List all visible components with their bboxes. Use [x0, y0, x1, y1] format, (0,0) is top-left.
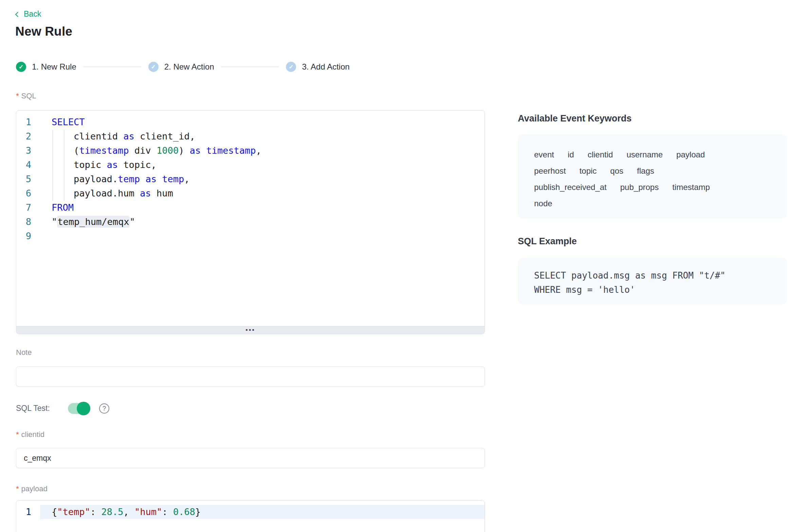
indent-guide — [64, 130, 65, 201]
steps-bar: ✓ 1. New Rule ✓ 2. New Action ✓ 3. Add A… — [16, 62, 350, 72]
clientid-input[interactable] — [16, 448, 485, 468]
keyword-item: publish_received_at — [534, 183, 606, 192]
code-line: 8"temp_hum/emqx" — [16, 215, 485, 229]
keyword-item: event — [534, 150, 554, 159]
keywords-heading: Available Event Keywords — [518, 113, 632, 124]
back-button[interactable]: Back — [16, 10, 41, 19]
line-number: 2 — [16, 129, 40, 144]
code-line: 1{"temp": 28.5, "hum": 0.68} — [16, 505, 485, 519]
note-field-label: Note — [16, 348, 32, 357]
payload-field-label: *payload — [16, 484, 48, 493]
keyword-row: publish_received_atpub_propstimestamp — [534, 179, 774, 195]
step-check-icon: ✓ — [286, 62, 296, 72]
back-label: Back — [24, 10, 41, 19]
code-line: 5 payload.temp as temp, — [16, 172, 485, 186]
keyword-item: payload — [676, 150, 705, 159]
sql-example-line: SELECT payload.msg as msg FROM "t/#" — [534, 268, 774, 283]
code-line: 6 payload.hum as hum — [16, 186, 485, 201]
step-connector — [221, 66, 279, 67]
keyword-item: flags — [637, 166, 654, 175]
line-number: 9 — [16, 229, 40, 243]
line-number: 4 — [16, 158, 40, 172]
keyword-item: peerhost — [534, 166, 566, 175]
keyword-item: timestamp — [672, 183, 710, 192]
required-asterisk: * — [16, 430, 19, 439]
sql-example-line: WHERE msg = 'hello' — [534, 283, 774, 297]
step-check-icon: ✓ — [148, 62, 159, 72]
chevron-left-icon — [15, 12, 21, 17]
keyword-item: topic — [579, 166, 597, 175]
step-new-rule: ✓ 1. New Rule — [16, 62, 76, 72]
keyword-item: node — [534, 199, 552, 208]
code-line: 3 (timestamp div 1000) as timestamp, — [16, 144, 485, 158]
payload-code-editor[interactable]: 1{"temp": 28.5, "hum": 0.68} — [16, 500, 485, 532]
line-number: 1 — [16, 505, 40, 519]
step-check-icon: ✓ — [16, 62, 26, 72]
note-input[interactable] — [16, 366, 485, 387]
line-number: 8 — [16, 215, 40, 229]
keyword-row: eventidclientidusernamepayload — [534, 147, 774, 163]
code-line: 1SELECT — [16, 115, 485, 129]
resize-dots-icon: ••• — [246, 328, 255, 332]
step-label: 3. Add Action — [302, 62, 349, 72]
step-label: 1. New Rule — [32, 62, 76, 72]
code-line: 7FROM — [16, 201, 485, 215]
step-new-action: ✓ 2. New Action — [148, 62, 214, 72]
keyword-item: username — [626, 150, 663, 159]
sql-example-heading: SQL Example — [518, 236, 577, 247]
toggle-knob — [77, 402, 90, 415]
code-line: 9 — [16, 229, 485, 243]
line-number: 5 — [16, 172, 40, 186]
required-asterisk: * — [16, 484, 19, 493]
step-label: 2. New Action — [164, 62, 214, 72]
sql-code-area[interactable]: 1SELECT2 clientid as client_id,3 (timest… — [16, 111, 485, 326]
keywords-panel: eventidclientidusernamepayloadpeerhostto… — [518, 134, 787, 218]
editor-resize-handle[interactable]: ••• — [16, 326, 485, 334]
line-number: 1 — [16, 115, 40, 129]
keyword-row: peerhosttopicqosflags — [534, 163, 774, 179]
sql-field-label: *SQL — [16, 92, 36, 100]
page-title: New Rule — [15, 24, 72, 39]
keyword-item: id — [568, 150, 574, 159]
keyword-row: node — [534, 195, 774, 212]
help-icon[interactable]: ? — [99, 403, 109, 414]
step-connector — [84, 66, 141, 67]
step-add-action: ✓ 3. Add Action — [286, 62, 349, 72]
keyword-item: qos — [610, 166, 623, 175]
payload-code-area[interactable]: 1{"temp": 28.5, "hum": 0.68} — [16, 500, 485, 532]
sql-test-label: SQL Test: — [16, 404, 50, 413]
sql-test-toggle[interactable] — [68, 403, 90, 414]
code-line: 2 clientid as client_id, — [16, 129, 485, 144]
line-number: 7 — [16, 201, 40, 215]
sql-code-editor[interactable]: 1SELECT2 clientid as client_id,3 (timest… — [16, 110, 485, 334]
indent-guide — [52, 130, 53, 201]
keyword-item: clientid — [587, 150, 613, 159]
keyword-item: pub_props — [620, 183, 658, 192]
clientid-field-label: *clientid — [16, 430, 44, 439]
sql-example-panel: SELECT payload.msg as msg FROM "t/#"WHER… — [518, 258, 787, 304]
line-number: 3 — [16, 144, 40, 158]
code-line: 4 topic as topic, — [16, 158, 485, 172]
new-rule-page: Back New Rule ✓ 1. New Rule ✓ 2. New Act… — [0, 0, 800, 532]
line-number: 6 — [16, 186, 40, 201]
required-asterisk: * — [16, 92, 19, 100]
